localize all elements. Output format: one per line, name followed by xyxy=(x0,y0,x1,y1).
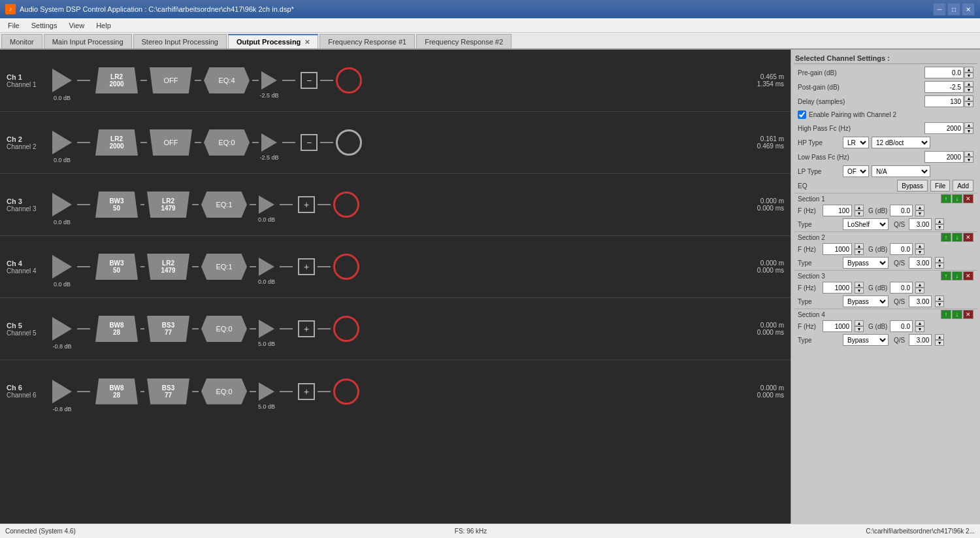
tab-freq-response-1[interactable]: Frequency Response #1 xyxy=(319,34,415,48)
s4-gain-down[interactable]: ▼ xyxy=(915,326,924,332)
ch6-sum[interactable]: + xyxy=(298,383,315,400)
section-1-down[interactable]: ↓ xyxy=(952,194,962,203)
s1-gain-input[interactable] xyxy=(890,205,913,216)
ch4-postgain-arrow[interactable]: 0.0 dB xyxy=(259,258,274,276)
s4-gain-up[interactable]: ▲ xyxy=(915,320,924,326)
s3-qs-input[interactable] xyxy=(909,295,932,307)
s4-freq-down[interactable]: ▼ xyxy=(855,326,864,332)
ch4-sum[interactable]: + xyxy=(298,258,315,275)
ch6-filter1[interactable]: BW8 28 xyxy=(95,378,138,405)
ch1-filter2[interactable]: OFF xyxy=(150,67,192,93)
ch3-filter1[interactable]: BW3 50 xyxy=(95,192,138,218)
s1-type-select[interactable]: LoShelf HiShelf Peak Bypass xyxy=(843,218,889,230)
section-1-delete[interactable]: ✕ xyxy=(963,194,973,203)
tab-stereo-input[interactable]: Stereo Input Processing xyxy=(133,34,227,48)
s2-qs-down[interactable]: ▼ xyxy=(935,263,944,269)
ch6-output[interactable] xyxy=(333,378,359,405)
ch5-postgain-arrow[interactable]: 5.0 dB xyxy=(259,320,274,338)
ch5-sum[interactable]: + xyxy=(298,320,315,337)
ch1-postgain-arrow[interactable]: -2.5 dB xyxy=(261,71,277,90)
delay-input[interactable] xyxy=(924,95,964,107)
eq-file-button[interactable]: File xyxy=(930,180,950,192)
s4-qs-up[interactable]: ▲ xyxy=(935,334,944,340)
close-button[interactable]: ✕ xyxy=(962,3,975,16)
ch3-sum[interactable]: + xyxy=(298,196,315,213)
lp-slope-select[interactable]: N/A 12 dB/oct 24 dB/oct xyxy=(872,165,930,177)
s2-qs-up[interactable]: ▲ xyxy=(935,257,944,263)
ch4-filter2[interactable]: LR2 1479 xyxy=(147,254,189,280)
ch6-filter2[interactable]: BS3 77 xyxy=(147,378,189,405)
hp-fc-input[interactable] xyxy=(924,122,964,134)
pairing-checkbox[interactable] xyxy=(798,110,806,119)
s1-gain-up[interactable]: ▲ xyxy=(915,205,924,210)
s1-qs-input[interactable] xyxy=(909,218,932,230)
s2-gain-input[interactable] xyxy=(890,243,913,255)
ch1-filter1[interactable]: LR2 2000 xyxy=(95,67,138,93)
section-2-up[interactable]: ↑ xyxy=(941,233,951,242)
section-1-up[interactable]: ↑ xyxy=(941,194,951,203)
delay-down[interactable]: ▼ xyxy=(964,101,973,107)
section-4-delete[interactable]: ✕ xyxy=(963,310,973,319)
ch6-eq[interactable]: EQ:0 xyxy=(201,378,247,405)
menu-file[interactable]: File xyxy=(3,20,25,31)
ch5-filter2[interactable]: BS3 77 xyxy=(147,316,189,342)
s4-gain-input[interactable] xyxy=(890,320,913,332)
s4-freq-input[interactable] xyxy=(823,320,852,332)
pairing-label[interactable]: Enable Pairing with Channel 2 xyxy=(809,111,896,118)
postgain-input[interactable] xyxy=(924,81,964,93)
eq-bypass-button[interactable]: Bypass xyxy=(897,180,928,192)
ch1-pregain-arrow[interactable]: 0.0 dB xyxy=(52,69,72,92)
ch2-pregain-arrow[interactable]: 0.0 dB xyxy=(52,131,72,154)
tab-freq-response-2[interactable]: Frequency Response #2 xyxy=(416,34,512,48)
s3-gain-down[interactable]: ▼ xyxy=(915,288,924,294)
maximize-button[interactable]: □ xyxy=(947,3,960,16)
s4-qs-down[interactable]: ▼ xyxy=(935,340,944,346)
tab-monitor[interactable]: Monitor xyxy=(1,34,42,48)
eq-add-button[interactable]: Add xyxy=(953,180,973,192)
s1-freq-input[interactable] xyxy=(823,205,852,216)
s1-freq-down[interactable]: ▼ xyxy=(855,210,864,216)
ch1-sum[interactable]: − xyxy=(301,72,318,89)
ch5-output[interactable] xyxy=(333,316,359,342)
ch6-pregain-arrow[interactable]: -0.8 dB xyxy=(52,380,72,403)
ch3-filter2[interactable]: LR2 1479 xyxy=(147,192,189,218)
ch3-postgain-arrow[interactable]: 0.0 dB xyxy=(259,195,274,214)
hp-slope-select[interactable]: 12 dB/oct 24 dB/oct 48 dB/oct xyxy=(872,137,930,148)
section-4-down[interactable]: ↓ xyxy=(952,310,962,319)
tab-main-input[interactable]: Main Input Processing xyxy=(44,34,132,48)
s2-gain-down[interactable]: ▼ xyxy=(915,249,924,255)
tab-output-processing[interactable]: Output Processing ✕ xyxy=(228,34,318,48)
section-4-up[interactable]: ↑ xyxy=(941,310,951,319)
s3-qs-down[interactable]: ▼ xyxy=(935,301,944,307)
lp-fc-input[interactable] xyxy=(924,151,964,163)
ch4-eq[interactable]: EQ:1 xyxy=(201,254,247,280)
menu-view[interactable]: View xyxy=(63,20,90,31)
s1-gain-down[interactable]: ▼ xyxy=(915,210,924,216)
section-3-up[interactable]: ↑ xyxy=(941,271,951,280)
ch3-eq[interactable]: EQ:1 xyxy=(201,192,247,218)
s4-freq-up[interactable]: ▲ xyxy=(855,320,864,326)
s3-gain-up[interactable]: ▲ xyxy=(915,282,924,288)
s3-qs-up[interactable]: ▲ xyxy=(935,295,944,301)
s2-freq-input[interactable] xyxy=(823,243,852,255)
s3-freq-input[interactable] xyxy=(823,282,852,294)
ch5-pregain-arrow[interactable]: -0.8 dB xyxy=(52,317,72,341)
ch2-postgain-arrow[interactable]: -2.5 dB xyxy=(261,133,277,152)
ch1-eq[interactable]: EQ:4 xyxy=(204,67,250,93)
pregain-input[interactable] xyxy=(924,67,964,78)
ch4-filter1[interactable]: BW3 50 xyxy=(95,254,138,280)
section-3-down[interactable]: ↓ xyxy=(952,271,962,280)
s3-freq-down[interactable]: ▼ xyxy=(855,288,864,294)
section-2-down[interactable]: ↓ xyxy=(952,233,962,242)
s3-gain-input[interactable] xyxy=(890,282,913,294)
lp-fc-down[interactable]: ▼ xyxy=(964,157,973,163)
s4-qs-input[interactable] xyxy=(909,334,932,346)
ch1-output[interactable] xyxy=(336,67,362,93)
s2-freq-up[interactable]: ▲ xyxy=(855,243,864,249)
section-3-delete[interactable]: ✕ xyxy=(963,271,973,280)
hp-fc-up[interactable]: ▲ xyxy=(964,122,973,128)
s3-type-select[interactable]: Bypass LoShelf HiShelf Peak xyxy=(843,295,889,307)
ch5-eq[interactable]: EQ:0 xyxy=(201,316,247,342)
s3-freq-up[interactable]: ▲ xyxy=(855,282,864,288)
s1-qs-up[interactable]: ▲ xyxy=(935,218,944,224)
